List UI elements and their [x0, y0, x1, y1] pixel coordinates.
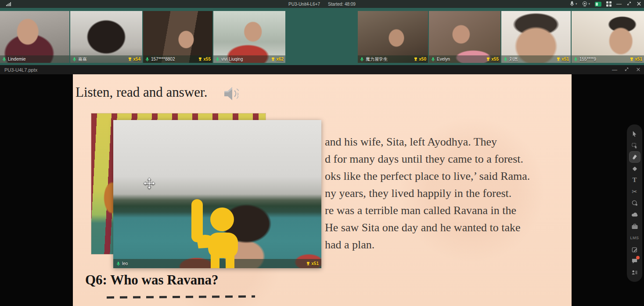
story-line: ny years, they lived happily in the fore…: [325, 185, 567, 202]
cloud-icon[interactable]: [630, 209, 640, 220]
microphone-icon[interactable]: ▾: [569, 1, 577, 7]
participant-name: Evelyn: [437, 57, 450, 62]
story-line: d for many days until they came to a for…: [325, 150, 567, 168]
text-tool-icon[interactable]: T: [630, 175, 640, 185]
roster-icon[interactable]: [630, 267, 640, 278]
trophy-badge: x51: [556, 57, 569, 62]
participant-name: vivi Liuqing: [221, 57, 243, 62]
shape-tool-icon[interactable]: [630, 198, 640, 208]
select-tool-icon[interactable]: [630, 140, 640, 150]
session-title: PU3-Unit4-L6+7: [288, 2, 320, 7]
participant-tile[interactable]: vivi Liuqing x62: [213, 11, 285, 63]
app-close-button[interactable]: [637, 1, 641, 7]
classroom-app: PU3-Unit4-L6+7 Started: 48:09 ▾ ▾ —: [0, 0, 644, 306]
participant-name: leo: [122, 261, 128, 266]
story-line: oks like the perfect place to live,’ sai…: [325, 168, 567, 185]
ppt-filename: PU3-U4L7.pptx: [4, 67, 37, 73]
participant-name: 魔力屋学生: [366, 56, 388, 62]
participant-tile[interactable]: Lindemie: [0, 11, 69, 63]
dashed-underline: [107, 295, 255, 299]
trophy-badge: x50: [414, 57, 426, 62]
screen-share-active-icon[interactable]: [595, 2, 601, 7]
session-timer: Started: 48:09: [328, 2, 356, 7]
scissors-tool-icon[interactable]: ✂: [630, 186, 640, 197]
trophy-badge: x51: [306, 261, 319, 266]
app-minimize-button[interactable]: —: [616, 1, 622, 7]
question-text: Q6: Who was Ravana?: [85, 272, 218, 288]
app-resize-button[interactable]: [626, 1, 632, 7]
participant-tile[interactable]: 155****9 x51: [572, 11, 644, 63]
participant-tile[interactable]: 嘉嘉 x54: [70, 11, 142, 63]
lms-button[interactable]: LMS: [630, 233, 640, 243]
trophy-badge: x55: [486, 57, 499, 62]
hand-raised-icon: [189, 198, 245, 268]
participant-name: 155****9: [579, 57, 596, 62]
participant-name: 157****8802: [151, 57, 175, 62]
strip-gap: [286, 11, 357, 63]
story-line: He saw Sita one day and he wanted to tak…: [325, 219, 567, 236]
brush-tool-icon[interactable]: [630, 152, 640, 162]
trophy-badge: x55: [198, 57, 211, 62]
trophy-badge: x51: [630, 57, 642, 62]
participant-tile[interactable]: 魔力屋学生 x50: [358, 11, 428, 63]
slide-heading: Listen, read and answer.: [76, 84, 207, 100]
trophy-badge: x54: [128, 57, 140, 62]
floating-student-video[interactable]: leo x51: [113, 120, 321, 268]
signal-bars-icon: [6, 2, 11, 6]
participant-tile[interactable]: 刘恩 x51: [501, 11, 571, 63]
ppt-resize-button[interactable]: [624, 67, 629, 73]
story-line: re was a terrible man called Ravana in t…: [325, 202, 567, 219]
pointer-tool-icon[interactable]: [630, 128, 640, 139]
trophy-badge: x62: [271, 57, 284, 62]
speaker-icon[interactable]: [222, 84, 245, 107]
chat-icon[interactable]: [630, 255, 640, 266]
participant-tile[interactable]: 157****8802 x55: [143, 11, 212, 63]
annotate-icon[interactable]: [630, 244, 640, 255]
video-strip: Lindemie 嘉嘉 x54 157****8802 x55 vivi Liu…: [0, 8, 644, 65]
ppt-minimize-button[interactable]: —: [612, 67, 617, 73]
app-title-bar: PU3-Unit4-L6+7 Started: 48:09 ▾ ▾ —: [0, 0, 644, 8]
participant-name: 嘉嘉: [78, 56, 87, 62]
annotation-toolbar: T ✂ LMS: [627, 124, 642, 282]
eraser-tool-icon[interactable]: [630, 163, 640, 174]
move-cursor-icon: [143, 177, 155, 191]
story-line: and his wife, Sita, left Ayodhya. They: [325, 133, 567, 150]
ppt-close-button[interactable]: [636, 67, 640, 73]
story-text: and his wife, Sita, left Ayodhya. They d…: [325, 133, 567, 253]
camera-icon[interactable]: ▾: [582, 1, 590, 7]
ppt-window-titlebar[interactable]: PU3-U4L7.pptx —: [0, 65, 644, 74]
story-line: had a plan.: [325, 236, 567, 253]
participant-name: 刘恩: [509, 56, 518, 62]
participant-tile[interactable]: Evelyn x55: [429, 11, 500, 63]
session-info: PU3-Unit4-L6+7 Started: 48:09: [288, 0, 356, 8]
participant-name: Lindemie: [8, 57, 26, 62]
grid-view-icon[interactable]: [606, 1, 612, 7]
toolbox-icon[interactable]: [630, 221, 640, 232]
notification-dot: [636, 256, 640, 259]
